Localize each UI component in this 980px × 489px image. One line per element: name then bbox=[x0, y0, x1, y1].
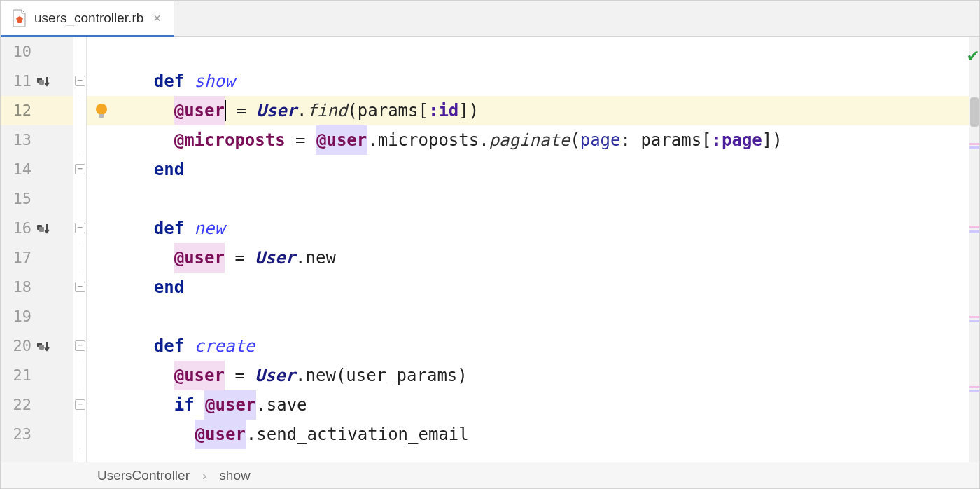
line-number: 23 bbox=[1, 420, 36, 449]
gutter-line[interactable]: 16 bbox=[1, 214, 73, 243]
usage-marker[interactable] bbox=[969, 230, 979, 233]
line-number-gutter[interactable]: 1011121314151617181920212223 bbox=[1, 37, 74, 462]
code-line[interactable]: end bbox=[87, 155, 969, 184]
scrollbar-thumb[interactable] bbox=[970, 97, 979, 127]
fold-guide bbox=[80, 243, 80, 273]
gutter-line[interactable]: 17 bbox=[1, 243, 73, 273]
fold-guide bbox=[80, 125, 80, 155]
code-line[interactable]: @user.send_activation_email bbox=[87, 420, 969, 449]
line-number: 19 bbox=[1, 302, 36, 331]
line-number: 12 bbox=[1, 96, 36, 125]
gutter-line[interactable]: 11 bbox=[1, 67, 73, 96]
gutter-line[interactable]: 22 bbox=[1, 390, 73, 420]
fold-guide bbox=[80, 96, 80, 125]
chevron-right-icon: › bbox=[202, 468, 206, 483]
line-number: 18 bbox=[1, 273, 36, 302]
gutter-line[interactable]: 20 bbox=[1, 331, 73, 361]
override-method-icon[interactable] bbox=[36, 222, 51, 235]
line-number: 16 bbox=[1, 214, 36, 243]
code-line[interactable]: @user = User.new bbox=[87, 243, 969, 273]
code-line[interactable] bbox=[87, 37, 969, 67]
tab-bar: users_controller.rb × bbox=[1, 1, 979, 37]
code-line[interactable]: def new bbox=[87, 214, 969, 243]
line-number: 22 bbox=[1, 390, 36, 420]
code-line[interactable]: @microposts = @user.microposts.paginate(… bbox=[87, 125, 969, 155]
fold-toggle-icon[interactable]: − bbox=[75, 282, 85, 292]
line-number: 20 bbox=[1, 331, 36, 361]
line-number: 13 bbox=[1, 125, 36, 155]
fold-toggle-icon[interactable]: − bbox=[75, 164, 85, 174]
code-area[interactable]: def show @user = User.find(params[:id]) … bbox=[87, 37, 969, 462]
code-line[interactable]: def create bbox=[87, 331, 969, 361]
usage-marker[interactable] bbox=[969, 316, 979, 318]
svg-rect-6 bbox=[39, 345, 44, 350]
code-line[interactable] bbox=[87, 184, 969, 214]
svg-rect-4 bbox=[39, 227, 44, 232]
code-editor[interactable]: 1011121314151617181920212223 −−−−−− def … bbox=[1, 37, 979, 462]
gutter-line[interactable]: 23 bbox=[1, 420, 73, 449]
code-line[interactable]: @user = User.find(params[:id]) bbox=[87, 96, 969, 125]
gutter-line[interactable]: 14 bbox=[1, 155, 73, 184]
fold-guide bbox=[80, 420, 80, 449]
fold-toggle-icon[interactable]: − bbox=[75, 223, 85, 233]
code-line[interactable]: if @user.save bbox=[87, 390, 969, 420]
gutter-line[interactable]: 18 bbox=[1, 273, 73, 302]
close-icon[interactable]: × bbox=[150, 11, 164, 26]
code-line[interactable] bbox=[87, 302, 969, 331]
gutter-line[interactable]: 21 bbox=[1, 361, 73, 390]
gutter-line[interactable]: 15 bbox=[1, 184, 73, 214]
svg-rect-8 bbox=[99, 114, 104, 118]
line-number: 11 bbox=[1, 67, 36, 96]
fold-strip[interactable]: −−−−−− bbox=[74, 37, 87, 462]
usage-marker[interactable] bbox=[969, 226, 979, 228]
code-line[interactable]: end bbox=[87, 273, 969, 302]
gutter-line[interactable]: 13 bbox=[1, 125, 73, 155]
inspection-ok-icon: ✔ bbox=[967, 40, 979, 69]
line-number: 14 bbox=[1, 155, 36, 184]
intention-bulb-icon[interactable] bbox=[94, 102, 109, 120]
override-method-icon[interactable] bbox=[36, 75, 51, 88]
breadcrumb: UsersController › show bbox=[1, 462, 979, 488]
usage-marker[interactable] bbox=[969, 390, 979, 392]
file-tab-label: users_controller.rb bbox=[34, 11, 144, 26]
fold-guide bbox=[80, 361, 80, 390]
file-tab[interactable]: users_controller.rb × bbox=[1, 1, 174, 37]
line-number: 21 bbox=[1, 361, 36, 390]
breadcrumb-class[interactable]: UsersController bbox=[97, 468, 190, 483]
override-method-icon[interactable] bbox=[36, 340, 51, 352]
ruby-file-icon bbox=[12, 9, 27, 27]
line-number: 17 bbox=[1, 243, 36, 273]
fold-toggle-icon[interactable]: − bbox=[75, 340, 85, 351]
fold-toggle-icon[interactable]: − bbox=[75, 76, 85, 86]
svg-point-7 bbox=[96, 104, 107, 115]
gutter-line[interactable]: 19 bbox=[1, 302, 73, 331]
breadcrumb-method[interactable]: show bbox=[219, 468, 250, 483]
usage-marker[interactable] bbox=[969, 146, 979, 149]
usage-marker[interactable] bbox=[969, 386, 979, 388]
code-line[interactable]: @user = User.new(user_params) bbox=[87, 361, 969, 390]
code-line[interactable]: def show bbox=[87, 67, 969, 96]
usage-marker[interactable] bbox=[969, 320, 979, 322]
fold-toggle-icon[interactable]: − bbox=[75, 399, 85, 410]
gutter-line[interactable]: 12 bbox=[1, 96, 73, 125]
line-number: 10 bbox=[1, 37, 36, 67]
marker-strip[interactable]: ✔ bbox=[969, 37, 979, 462]
svg-rect-2 bbox=[39, 80, 44, 85]
usage-marker[interactable] bbox=[969, 143, 979, 145]
line-number: 15 bbox=[1, 184, 36, 214]
gutter-line[interactable]: 10 bbox=[1, 37, 73, 67]
